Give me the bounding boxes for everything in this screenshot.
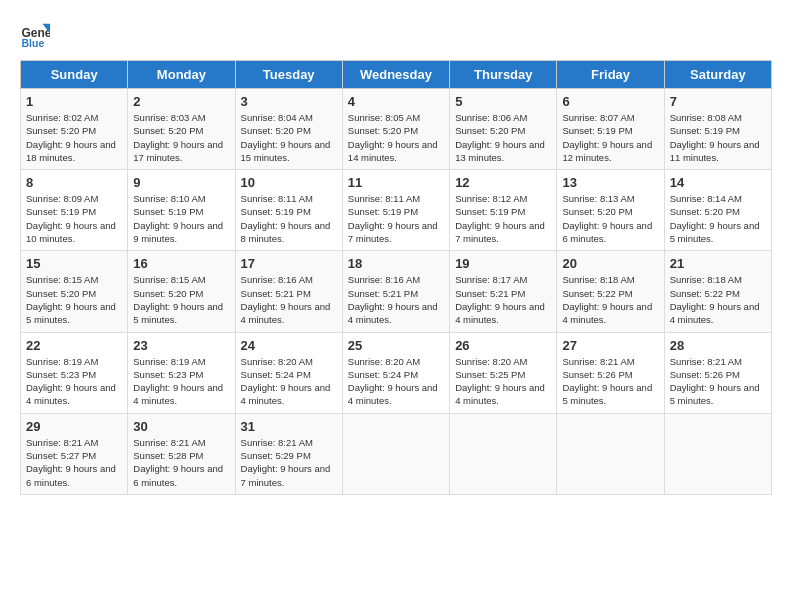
day-info: Sunrise: 8:09 AM Sunset: 5:19 PM Dayligh… bbox=[26, 192, 122, 245]
day-info: Sunrise: 8:18 AM Sunset: 5:22 PM Dayligh… bbox=[670, 273, 766, 326]
day-number: 27 bbox=[562, 338, 658, 353]
calendar-cell bbox=[450, 413, 557, 494]
day-info: Sunrise: 8:10 AM Sunset: 5:19 PM Dayligh… bbox=[133, 192, 229, 245]
day-info: Sunrise: 8:20 AM Sunset: 5:25 PM Dayligh… bbox=[455, 355, 551, 408]
day-number: 22 bbox=[26, 338, 122, 353]
day-number: 9 bbox=[133, 175, 229, 190]
day-number: 5 bbox=[455, 94, 551, 109]
day-number: 24 bbox=[241, 338, 337, 353]
day-number: 26 bbox=[455, 338, 551, 353]
calendar-cell bbox=[557, 413, 664, 494]
day-info: Sunrise: 8:21 AM Sunset: 5:28 PM Dayligh… bbox=[133, 436, 229, 489]
day-info: Sunrise: 8:03 AM Sunset: 5:20 PM Dayligh… bbox=[133, 111, 229, 164]
day-number: 10 bbox=[241, 175, 337, 190]
day-number: 3 bbox=[241, 94, 337, 109]
day-number: 20 bbox=[562, 256, 658, 271]
day-info: Sunrise: 8:02 AM Sunset: 5:20 PM Dayligh… bbox=[26, 111, 122, 164]
day-number: 31 bbox=[241, 419, 337, 434]
day-number: 29 bbox=[26, 419, 122, 434]
calendar-cell: 16 Sunrise: 8:15 AM Sunset: 5:20 PM Dayl… bbox=[128, 251, 235, 332]
day-number: 23 bbox=[133, 338, 229, 353]
logo-icon: General Blue bbox=[20, 20, 50, 50]
day-number: 7 bbox=[670, 94, 766, 109]
day-info: Sunrise: 8:19 AM Sunset: 5:23 PM Dayligh… bbox=[133, 355, 229, 408]
calendar-cell: 18 Sunrise: 8:16 AM Sunset: 5:21 PM Dayl… bbox=[342, 251, 449, 332]
day-number: 25 bbox=[348, 338, 444, 353]
day-header-sunday: Sunday bbox=[21, 61, 128, 89]
day-number: 19 bbox=[455, 256, 551, 271]
calendar-cell: 23 Sunrise: 8:19 AM Sunset: 5:23 PM Dayl… bbox=[128, 332, 235, 413]
day-number: 18 bbox=[348, 256, 444, 271]
calendar-cell bbox=[342, 413, 449, 494]
day-info: Sunrise: 8:04 AM Sunset: 5:20 PM Dayligh… bbox=[241, 111, 337, 164]
day-number: 15 bbox=[26, 256, 122, 271]
day-header-wednesday: Wednesday bbox=[342, 61, 449, 89]
day-info: Sunrise: 8:15 AM Sunset: 5:20 PM Dayligh… bbox=[26, 273, 122, 326]
day-number: 8 bbox=[26, 175, 122, 190]
calendar-cell: 28 Sunrise: 8:21 AM Sunset: 5:26 PM Dayl… bbox=[664, 332, 771, 413]
day-info: Sunrise: 8:15 AM Sunset: 5:20 PM Dayligh… bbox=[133, 273, 229, 326]
day-header-tuesday: Tuesday bbox=[235, 61, 342, 89]
calendar-cell: 7 Sunrise: 8:08 AM Sunset: 5:19 PM Dayli… bbox=[664, 89, 771, 170]
day-info: Sunrise: 8:16 AM Sunset: 5:21 PM Dayligh… bbox=[241, 273, 337, 326]
calendar-cell: 14 Sunrise: 8:14 AM Sunset: 5:20 PM Dayl… bbox=[664, 170, 771, 251]
calendar-cell: 12 Sunrise: 8:12 AM Sunset: 5:19 PM Dayl… bbox=[450, 170, 557, 251]
calendar-cell: 19 Sunrise: 8:17 AM Sunset: 5:21 PM Dayl… bbox=[450, 251, 557, 332]
day-number: 30 bbox=[133, 419, 229, 434]
calendar-cell bbox=[664, 413, 771, 494]
day-info: Sunrise: 8:08 AM Sunset: 5:19 PM Dayligh… bbox=[670, 111, 766, 164]
day-info: Sunrise: 8:20 AM Sunset: 5:24 PM Dayligh… bbox=[348, 355, 444, 408]
calendar-cell: 27 Sunrise: 8:21 AM Sunset: 5:26 PM Dayl… bbox=[557, 332, 664, 413]
calendar-cell: 31 Sunrise: 8:21 AM Sunset: 5:29 PM Dayl… bbox=[235, 413, 342, 494]
day-info: Sunrise: 8:18 AM Sunset: 5:22 PM Dayligh… bbox=[562, 273, 658, 326]
day-info: Sunrise: 8:19 AM Sunset: 5:23 PM Dayligh… bbox=[26, 355, 122, 408]
day-info: Sunrise: 8:21 AM Sunset: 5:26 PM Dayligh… bbox=[562, 355, 658, 408]
calendar-cell: 6 Sunrise: 8:07 AM Sunset: 5:19 PM Dayli… bbox=[557, 89, 664, 170]
day-info: Sunrise: 8:13 AM Sunset: 5:20 PM Dayligh… bbox=[562, 192, 658, 245]
day-info: Sunrise: 8:21 AM Sunset: 5:27 PM Dayligh… bbox=[26, 436, 122, 489]
day-number: 4 bbox=[348, 94, 444, 109]
calendar-cell: 4 Sunrise: 8:05 AM Sunset: 5:20 PM Dayli… bbox=[342, 89, 449, 170]
calendar-cell: 13 Sunrise: 8:13 AM Sunset: 5:20 PM Dayl… bbox=[557, 170, 664, 251]
calendar-cell: 2 Sunrise: 8:03 AM Sunset: 5:20 PM Dayli… bbox=[128, 89, 235, 170]
day-header-monday: Monday bbox=[128, 61, 235, 89]
day-number: 17 bbox=[241, 256, 337, 271]
day-number: 16 bbox=[133, 256, 229, 271]
day-info: Sunrise: 8:06 AM Sunset: 5:20 PM Dayligh… bbox=[455, 111, 551, 164]
calendar-cell: 26 Sunrise: 8:20 AM Sunset: 5:25 PM Dayl… bbox=[450, 332, 557, 413]
day-info: Sunrise: 8:16 AM Sunset: 5:21 PM Dayligh… bbox=[348, 273, 444, 326]
calendar-table: SundayMondayTuesdayWednesdayThursdayFrid… bbox=[20, 60, 772, 495]
day-number: 6 bbox=[562, 94, 658, 109]
day-info: Sunrise: 8:14 AM Sunset: 5:20 PM Dayligh… bbox=[670, 192, 766, 245]
day-info: Sunrise: 8:21 AM Sunset: 5:26 PM Dayligh… bbox=[670, 355, 766, 408]
day-info: Sunrise: 8:07 AM Sunset: 5:19 PM Dayligh… bbox=[562, 111, 658, 164]
calendar-cell: 5 Sunrise: 8:06 AM Sunset: 5:20 PM Dayli… bbox=[450, 89, 557, 170]
day-header-friday: Friday bbox=[557, 61, 664, 89]
day-number: 11 bbox=[348, 175, 444, 190]
calendar-cell: 24 Sunrise: 8:20 AM Sunset: 5:24 PM Dayl… bbox=[235, 332, 342, 413]
day-header-thursday: Thursday bbox=[450, 61, 557, 89]
day-number: 2 bbox=[133, 94, 229, 109]
day-info: Sunrise: 8:11 AM Sunset: 5:19 PM Dayligh… bbox=[348, 192, 444, 245]
calendar-cell: 30 Sunrise: 8:21 AM Sunset: 5:28 PM Dayl… bbox=[128, 413, 235, 494]
calendar-cell: 17 Sunrise: 8:16 AM Sunset: 5:21 PM Dayl… bbox=[235, 251, 342, 332]
calendar-cell: 10 Sunrise: 8:11 AM Sunset: 5:19 PM Dayl… bbox=[235, 170, 342, 251]
logo: General Blue bbox=[20, 20, 50, 50]
day-number: 28 bbox=[670, 338, 766, 353]
calendar-cell: 3 Sunrise: 8:04 AM Sunset: 5:20 PM Dayli… bbox=[235, 89, 342, 170]
day-info: Sunrise: 8:05 AM Sunset: 5:20 PM Dayligh… bbox=[348, 111, 444, 164]
day-info: Sunrise: 8:11 AM Sunset: 5:19 PM Dayligh… bbox=[241, 192, 337, 245]
day-number: 14 bbox=[670, 175, 766, 190]
day-info: Sunrise: 8:21 AM Sunset: 5:29 PM Dayligh… bbox=[241, 436, 337, 489]
day-info: Sunrise: 8:20 AM Sunset: 5:24 PM Dayligh… bbox=[241, 355, 337, 408]
day-number: 13 bbox=[562, 175, 658, 190]
calendar-cell: 29 Sunrise: 8:21 AM Sunset: 5:27 PM Dayl… bbox=[21, 413, 128, 494]
calendar-cell: 11 Sunrise: 8:11 AM Sunset: 5:19 PM Dayl… bbox=[342, 170, 449, 251]
day-number: 1 bbox=[26, 94, 122, 109]
calendar-cell: 21 Sunrise: 8:18 AM Sunset: 5:22 PM Dayl… bbox=[664, 251, 771, 332]
svg-text:Blue: Blue bbox=[22, 37, 45, 49]
calendar-cell: 20 Sunrise: 8:18 AM Sunset: 5:22 PM Dayl… bbox=[557, 251, 664, 332]
day-number: 21 bbox=[670, 256, 766, 271]
calendar-cell: 8 Sunrise: 8:09 AM Sunset: 5:19 PM Dayli… bbox=[21, 170, 128, 251]
calendar-cell: 22 Sunrise: 8:19 AM Sunset: 5:23 PM Dayl… bbox=[21, 332, 128, 413]
